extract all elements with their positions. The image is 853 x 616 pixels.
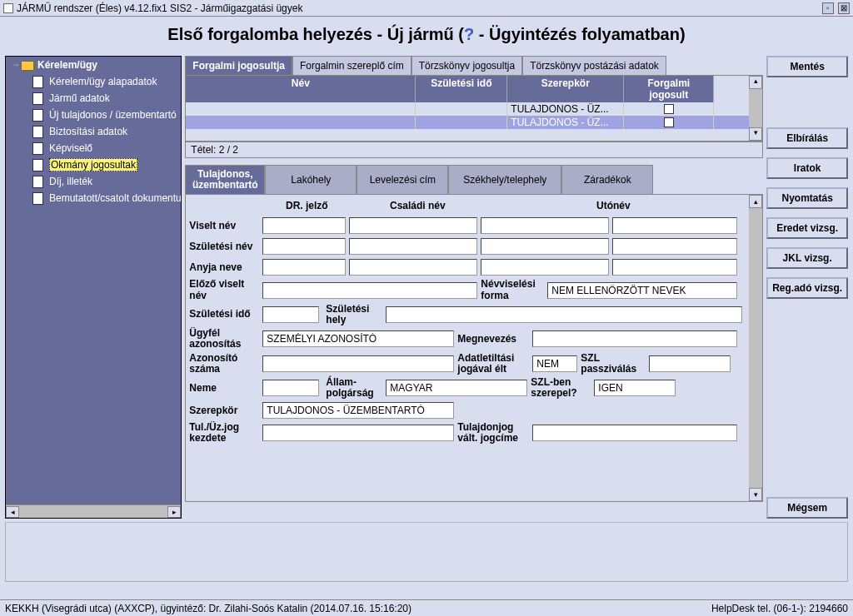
document-icon bbox=[32, 176, 46, 187]
viselt-uto2[interactable] bbox=[612, 217, 737, 234]
grid-row[interactable]: TULAJDONOS - ÜZ... bbox=[186, 116, 749, 129]
status-left: KEKKH (Visegrádi utca) (AXXCP), ügyintéz… bbox=[5, 603, 412, 614]
close-icon[interactable]: ⊠ bbox=[838, 2, 850, 14]
document-icon bbox=[32, 192, 46, 204]
viselt-dr[interactable] bbox=[262, 217, 346, 234]
document-icon bbox=[32, 109, 46, 121]
detail-tabs: Tulajdonos,üzembentartóLakóhelyLevelezés… bbox=[185, 165, 763, 194]
detail-tab-2[interactable]: Levelezési cím bbox=[357, 165, 448, 194]
tree-item-6[interactable]: Díj, illeték bbox=[6, 173, 181, 190]
col-csaladi: Családi név bbox=[351, 200, 484, 211]
adat-input[interactable] bbox=[532, 355, 577, 372]
iratok-button[interactable]: Iratok bbox=[766, 157, 848, 179]
neme-input[interactable] bbox=[262, 380, 319, 396]
label-anyja: Anyja neve bbox=[189, 261, 259, 273]
save-button[interactable]: Mentés bbox=[766, 56, 848, 77]
szulnev-csaladi[interactable] bbox=[349, 238, 477, 255]
anyja-uto2[interactable] bbox=[612, 259, 737, 276]
tree-root[interactable]: ⊸Kérelem/ügy bbox=[6, 57, 181, 73]
tree-item-4[interactable]: Képviselő bbox=[6, 140, 181, 156]
tree-item-1[interactable]: Jármű adatok bbox=[6, 90, 181, 107]
elbiralas-button[interactable]: Elbírálás bbox=[766, 127, 848, 149]
szulhely-input[interactable] bbox=[386, 306, 742, 323]
tulcim-input[interactable] bbox=[532, 425, 737, 441]
label-neme: Neme bbox=[189, 382, 259, 394]
label-megnev: Megnevezés bbox=[457, 333, 529, 345]
col-nev[interactable]: Név bbox=[186, 76, 416, 102]
page-title: Első forgalomba helyezés - Új jármű (? -… bbox=[0, 17, 853, 56]
window-title: JÁRMŰ rendszer (Éles) v4.12.fix1 SIS2 - … bbox=[3, 2, 302, 14]
titlebar: JÁRMŰ rendszer (Éles) v4.12.fix1 SIS2 - … bbox=[0, 0, 853, 17]
col-jog[interactable]: Forgalmi jogosult bbox=[624, 76, 714, 102]
label-tuljog: Tul./Üz.jog kezdete bbox=[189, 422, 259, 444]
tuljog-input[interactable] bbox=[262, 425, 454, 441]
col-utonev: Utónév bbox=[484, 200, 742, 211]
document-icon bbox=[32, 126, 46, 137]
tree-hscrollbar[interactable]: ◂▸ bbox=[6, 504, 181, 518]
nevvis-input[interactable] bbox=[547, 282, 737, 299]
document-icon bbox=[32, 142, 46, 154]
col-szul[interactable]: Születési idő bbox=[416, 76, 507, 102]
eredet-button[interactable]: Eredet vizsg. bbox=[766, 217, 848, 239]
viselt-uto1[interactable] bbox=[481, 217, 609, 234]
document-icon bbox=[32, 92, 46, 104]
detail-tab-0[interactable]: Tulajdonos,üzembentartó bbox=[185, 165, 265, 194]
tree-item-3[interactable]: Biztosítási adatok bbox=[6, 123, 181, 140]
viselt-csaladi[interactable] bbox=[349, 217, 477, 234]
top-tab-1[interactable]: Forgalmin szereplő cím bbox=[292, 56, 412, 75]
label-szlben: SZL-ben szerepel? bbox=[531, 377, 591, 399]
cancel-button[interactable]: Mégsem bbox=[766, 497, 848, 519]
tree-item-2[interactable]: Új tulajdonos / üzembentartó bbox=[6, 107, 181, 123]
anyja-csaladi[interactable] bbox=[349, 259, 477, 276]
grid-vscrollbar[interactable]: ▴ ▾ bbox=[749, 76, 762, 141]
detail-tab-1[interactable]: Lakóhely bbox=[265, 165, 357, 194]
azon-input[interactable] bbox=[262, 355, 454, 372]
owner-form: DR. jelző Családi név Utónév Viselt név … bbox=[185, 194, 763, 502]
label-adat: Adatletiltási jogával élt bbox=[457, 353, 529, 375]
tree-item-0[interactable]: Kérelem/ügy alapadatok bbox=[6, 73, 181, 90]
label-nevvis: Névviselési forma bbox=[481, 279, 544, 301]
grid-row[interactable]: TULAJDONOS - ÜZ... bbox=[186, 102, 749, 116]
label-szulido: Születési idő bbox=[189, 309, 259, 320]
megnev-input[interactable] bbox=[532, 330, 737, 347]
status-right: HelpDesk tel. (06-1-): 2194660 bbox=[711, 603, 848, 614]
szlben-input[interactable] bbox=[594, 380, 676, 396]
detail-tab-4[interactable]: Záradékok bbox=[561, 165, 653, 194]
anyja-uto1[interactable] bbox=[481, 259, 609, 276]
label-tulcim: Tulajdonjog vált. jogcíme bbox=[457, 422, 529, 444]
top-tab-0[interactable]: Forgalmi jogosultja bbox=[185, 56, 292, 75]
top-tab-3[interactable]: Törzskönyv postázási adatok bbox=[522, 56, 666, 75]
allam-input[interactable] bbox=[386, 380, 527, 396]
nyomtatas-button[interactable]: Nyomtatás bbox=[766, 187, 848, 209]
szulnev-uto1[interactable] bbox=[481, 238, 609, 255]
col-dr: DR. jelző bbox=[262, 200, 351, 211]
top-tabs: Forgalmi jogosultjaForgalmin szereplő cí… bbox=[185, 56, 763, 75]
tree-item-7[interactable]: Bemutatott/csatolt dokumentu bbox=[6, 190, 181, 206]
szulido-input[interactable] bbox=[262, 306, 319, 323]
detail-tab-3[interactable]: Székhely/telephely bbox=[448, 165, 561, 194]
folder-icon bbox=[21, 59, 34, 71]
top-tab-2[interactable]: Törzskönyv jogosultja bbox=[412, 56, 522, 75]
szulnev-dr[interactable] bbox=[262, 238, 346, 255]
checkbox-icon[interactable] bbox=[664, 117, 674, 127]
tree-item-5[interactable]: Okmány jogosultak bbox=[6, 156, 181, 173]
checkbox-icon[interactable] bbox=[664, 104, 674, 114]
jkl-button[interactable]: JKL vizsg. bbox=[766, 247, 848, 269]
label-viselt: Viselt név bbox=[189, 220, 259, 231]
label-szerep: Szerepkör bbox=[189, 405, 259, 416]
szerep-input[interactable] bbox=[262, 402, 454, 419]
col-role[interactable]: Szerepkör bbox=[507, 76, 624, 102]
form-vscrollbar[interactable]: ▴▾ bbox=[749, 195, 762, 501]
elozo-input[interactable] bbox=[262, 282, 477, 299]
anyja-dr[interactable] bbox=[262, 259, 346, 276]
maximize-icon[interactable]: ▫ bbox=[822, 2, 834, 14]
ugyfel-input[interactable] bbox=[262, 330, 454, 347]
grid-footer: Tétel: 2 / 2 bbox=[185, 142, 763, 158]
tree-pane: ⊸Kérelem/ügyKérelem/ügy alapadatokJármű … bbox=[5, 56, 182, 519]
label-elozo: Előző viselt név bbox=[189, 279, 259, 301]
label-allam: Állam-polgárság bbox=[326, 377, 382, 399]
szlpass-input[interactable] bbox=[649, 355, 731, 372]
bottom-panel bbox=[5, 522, 848, 582]
szulnev-uto2[interactable] bbox=[612, 238, 737, 255]
regado-button[interactable]: Reg.adó vizsg. bbox=[766, 277, 848, 299]
